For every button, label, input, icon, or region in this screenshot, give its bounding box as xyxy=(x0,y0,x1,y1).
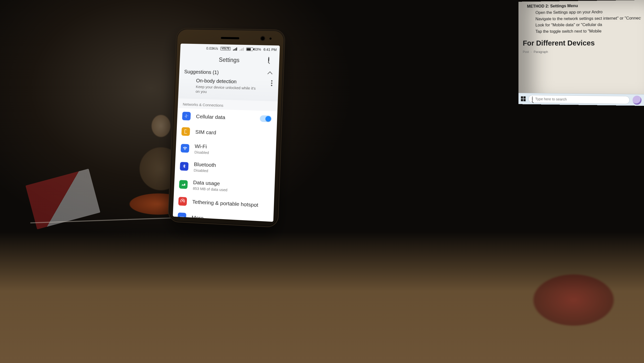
sim-card-icon xyxy=(181,127,190,136)
phone-device: 0.03K/s VOLTE 63% 6:41 PM Settings Sugge… xyxy=(168,28,286,228)
battery-fill xyxy=(247,48,251,50)
suggestion-title: On-body detection xyxy=(196,78,258,85)
hotspot-icon xyxy=(178,197,187,206)
battery-pct-text: 63% xyxy=(254,47,261,51)
phone-speaker xyxy=(221,37,239,39)
cellular-data-icon xyxy=(182,112,191,120)
status-time: 6:41 PM xyxy=(263,47,277,52)
chevron-up-icon xyxy=(267,71,272,76)
bluetooth-icon xyxy=(180,162,189,171)
monitor-heading: For Different Devices xyxy=(523,38,641,48)
suggestion-more-button[interactable] xyxy=(271,80,272,86)
windows-start-icon[interactable] xyxy=(521,96,526,101)
item-label: Cellular data xyxy=(196,113,255,121)
monitor-step-2: Navigate to the network settings sect in… xyxy=(536,15,641,22)
phone-front-camera xyxy=(261,37,265,40)
suggestions-header-label: Suggestions (1) xyxy=(184,69,219,75)
windows-search-box[interactable]: Type here to search xyxy=(529,95,630,104)
monitor-method-header: METHOD 2: Settings Menu xyxy=(527,3,578,9)
phone-sensor xyxy=(269,38,271,40)
svg-point-1 xyxy=(182,216,182,217)
windows-search-placeholder: Type here to search xyxy=(535,97,567,101)
suggestion-on-body-detection[interactable]: On-body detection Keep your device unloc… xyxy=(178,77,278,101)
windows-taskbar: Type here to search xyxy=(518,93,644,106)
item-label: Tethering & portable hotspot xyxy=(192,199,268,209)
cellular-data-toggle[interactable] xyxy=(260,115,272,122)
svg-point-2 xyxy=(183,216,183,217)
svg-point-0 xyxy=(180,216,181,217)
signal-bars-secondary-icon xyxy=(239,47,244,51)
signal-bars-icon xyxy=(233,47,237,51)
volte-badge: VOLTE xyxy=(220,47,231,51)
monitor-step-1: Open the Settings app on your Andro xyxy=(536,9,641,16)
data-usage-icon xyxy=(179,180,188,189)
suggestion-subtitle: Keep your device unlocked while it's on … xyxy=(195,84,258,95)
status-net-speed: 0.03K/s xyxy=(206,46,218,51)
monitor-step-3: Look for "Mobile data" or "Cellular da xyxy=(536,21,641,28)
red-tinsel xyxy=(523,262,629,328)
background-monitor: METHOD 2: Settings Menu Open the Setting… xyxy=(518,0,644,106)
monitor-step-4: Tap the toggle switch next to "Mobile xyxy=(536,28,641,35)
wifi-icon xyxy=(181,144,189,153)
more-icon xyxy=(178,212,186,221)
tray-avatar-icon[interactable] xyxy=(633,95,642,105)
monitor-breadcrumb: Post›Paragraph xyxy=(523,50,641,54)
settings-header: Settings xyxy=(180,52,279,68)
search-button[interactable] xyxy=(268,57,275,64)
battery-indicator: 63% xyxy=(246,47,261,51)
search-icon xyxy=(268,57,269,62)
item-label: More xyxy=(191,214,268,222)
phone-screen: 0.03K/s VOLTE 63% 6:41 PM Settings Sugge… xyxy=(173,44,280,222)
item-label: SIM card xyxy=(195,129,271,138)
search-icon xyxy=(532,97,533,101)
page-title: Settings xyxy=(219,56,239,64)
